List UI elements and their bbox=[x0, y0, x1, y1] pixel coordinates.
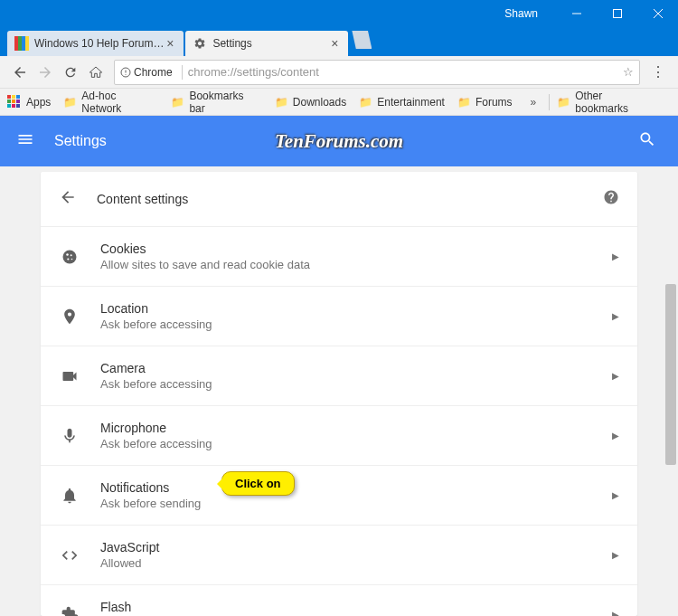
help-icon[interactable] bbox=[603, 189, 619, 209]
back-button[interactable] bbox=[7, 60, 33, 85]
svg-point-11 bbox=[71, 258, 73, 260]
setting-name: Microphone bbox=[100, 421, 612, 435]
bookmarks-bar: Apps 📁Ad-hoc Network 📁Bookmarks bar 📁Dow… bbox=[0, 89, 678, 116]
setting-text: Camera Ask before accessing bbox=[100, 361, 612, 391]
setting-text: Location Ask before accessing bbox=[100, 301, 612, 331]
chevron-right-icon: ▶ bbox=[612, 311, 619, 321]
apps-label: Apps bbox=[26, 96, 51, 109]
scrollbar-thumb[interactable] bbox=[665, 284, 676, 465]
hamburger-menu-button[interactable] bbox=[16, 130, 34, 152]
bookmark-star-icon[interactable]: ☆ bbox=[623, 65, 634, 79]
chevron-right-icon: ▶ bbox=[612, 610, 619, 616]
tab-title: Settings bbox=[212, 37, 328, 50]
apps-shortcut[interactable]: Apps bbox=[7, 95, 51, 109]
folder-icon: 📁 bbox=[457, 96, 471, 109]
setting-name: Location bbox=[100, 301, 612, 316]
svg-point-8 bbox=[66, 253, 69, 256]
window-minimize-button[interactable] bbox=[556, 0, 597, 27]
svg-point-6 bbox=[126, 74, 127, 75]
toolbar: Chrome chrome://settings/content ☆ ⋮ bbox=[0, 56, 678, 89]
tab-title: Windows 10 Help Forum… bbox=[34, 37, 164, 50]
setting-desc: Ask before accessing bbox=[100, 317, 612, 331]
setting-text: Cookies Allow sites to save and read coo… bbox=[100, 242, 612, 271]
reload-button[interactable] bbox=[58, 60, 83, 85]
new-tab-button[interactable] bbox=[352, 31, 372, 49]
setting-text: Flash Ask first bbox=[100, 600, 612, 616]
card-title: Content settings bbox=[97, 192, 603, 206]
folder-icon: 📁 bbox=[171, 96, 184, 109]
content-area: Content settings Cookies Allow sites to … bbox=[0, 166, 678, 616]
setting-row-cookies[interactable]: Cookies Allow sites to save and read coo… bbox=[41, 226, 637, 286]
bookmark-folder-downloads[interactable]: 📁Downloads bbox=[275, 96, 346, 109]
tab-close-icon[interactable]: × bbox=[164, 37, 176, 50]
bookmark-folder-adhoc[interactable]: 📁Ad-hoc Network bbox=[63, 90, 158, 115]
cookie-icon bbox=[59, 248, 80, 266]
security-label: Chrome bbox=[134, 66, 173, 79]
tab-close-icon[interactable]: × bbox=[328, 37, 341, 50]
bookmarks-overflow-button[interactable]: » bbox=[531, 96, 537, 109]
svg-rect-1 bbox=[613, 10, 621, 18]
chevron-right-icon: ▶ bbox=[612, 431, 619, 441]
tab-strip: Windows 10 Help Forum… × Settings × bbox=[0, 27, 678, 56]
gear-icon bbox=[193, 36, 207, 51]
setting-row-camera[interactable]: Camera Ask before accessing ▶ bbox=[41, 346, 637, 405]
omnibox-divider bbox=[182, 65, 183, 80]
window-close-button[interactable] bbox=[637, 0, 678, 27]
back-arrow-button[interactable] bbox=[59, 188, 77, 210]
content-settings-card: Content settings Cookies Allow sites to … bbox=[41, 172, 637, 616]
setting-row-javascript[interactable]: JavaScript Allowed ▶ bbox=[41, 525, 637, 584]
bookmark-label: Entertainment bbox=[377, 96, 445, 109]
code-icon bbox=[59, 546, 80, 564]
setting-desc: Ask before sending bbox=[100, 497, 612, 510]
svg-point-9 bbox=[71, 254, 72, 256]
scrollbar[interactable] bbox=[664, 166, 678, 616]
setting-name: Flash bbox=[100, 600, 612, 614]
bookmark-label: Forums bbox=[476, 96, 513, 109]
setting-name: Cookies bbox=[100, 242, 612, 256]
search-button[interactable] bbox=[638, 130, 656, 152]
svg-point-7 bbox=[63, 250, 77, 263]
address-bar[interactable]: Chrome chrome://settings/content ☆ bbox=[114, 60, 640, 85]
extension-icon bbox=[59, 606, 80, 617]
apps-icon bbox=[7, 95, 22, 109]
home-button[interactable] bbox=[83, 60, 108, 85]
chevron-right-icon: ▶ bbox=[612, 251, 619, 261]
annotation-callout: Click on bbox=[221, 471, 295, 496]
chevron-right-icon: ▶ bbox=[612, 550, 619, 560]
folder-icon: 📁 bbox=[63, 96, 77, 109]
folder-icon: 📁 bbox=[557, 96, 570, 109]
tab-favicon-tenforums bbox=[14, 36, 29, 51]
window-user: Shawn bbox=[504, 7, 538, 20]
folder-icon: 📁 bbox=[359, 96, 372, 109]
chevron-right-icon: ▶ bbox=[612, 371, 619, 381]
svg-point-10 bbox=[67, 258, 69, 260]
tab-settings[interactable]: Settings × bbox=[185, 31, 348, 56]
forward-button[interactable] bbox=[33, 60, 58, 85]
bookmark-folder-bookmarksbar[interactable]: 📁Bookmarks bar bbox=[171, 90, 261, 115]
bookmarks-divider bbox=[549, 94, 550, 110]
setting-row-microphone[interactable]: Microphone Ask before accessing ▶ bbox=[41, 405, 637, 465]
chrome-menu-button[interactable]: ⋮ bbox=[645, 63, 671, 81]
window-maximize-button[interactable] bbox=[597, 0, 637, 27]
bookmark-folder-forums[interactable]: 📁Forums bbox=[457, 96, 513, 109]
setting-text: JavaScript Allowed bbox=[100, 540, 612, 570]
setting-row-location[interactable]: Location Ask before accessing ▶ bbox=[41, 286, 637, 346]
bookmark-label: Downloads bbox=[293, 96, 346, 109]
bookmark-label: Bookmarks bar bbox=[189, 90, 261, 115]
chevron-right-icon: ▶ bbox=[612, 490, 619, 500]
bookmark-label: Ad-hoc Network bbox=[81, 90, 158, 115]
setting-row-flash[interactable]: Flash Ask first ▶ bbox=[41, 584, 637, 616]
bell-icon bbox=[59, 487, 80, 505]
bookmark-folder-entertainment[interactable]: 📁Entertainment bbox=[359, 96, 445, 109]
setting-name: JavaScript bbox=[100, 540, 612, 554]
location-icon bbox=[59, 308, 80, 326]
setting-row-notifications[interactable]: Notifications Ask before sending ▶ Click… bbox=[41, 465, 637, 525]
setting-desc: Ask before accessing bbox=[100, 437, 612, 450]
other-bookmarks-button[interactable]: 📁Other bookmarks bbox=[557, 90, 658, 115]
tab-windows10-help[interactable]: Windows 10 Help Forum… × bbox=[7, 31, 184, 56]
setting-desc: Allow sites to save and read cookie data bbox=[100, 258, 612, 271]
window-titlebar: Shawn bbox=[0, 0, 678, 27]
settings-title: Settings bbox=[54, 133, 107, 149]
setting-name: Notifications bbox=[100, 480, 612, 495]
setting-desc: Allowed bbox=[100, 556, 612, 570]
